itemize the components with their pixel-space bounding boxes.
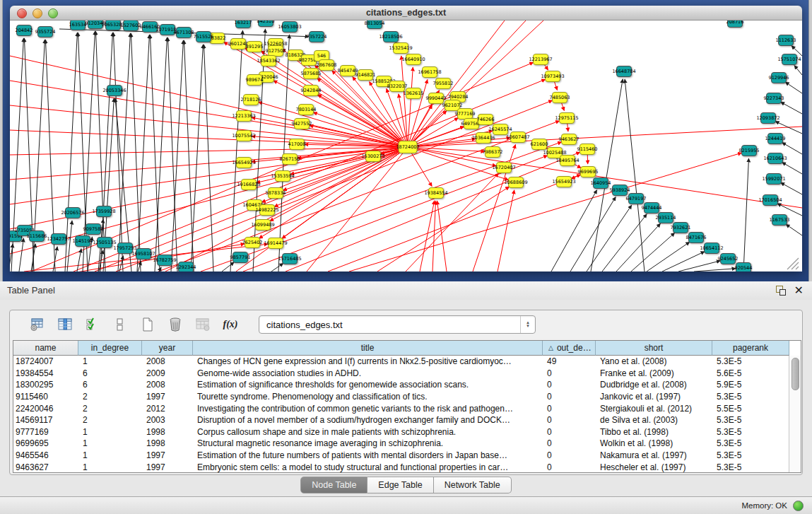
graph-node[interactable]: 9777169: [455, 109, 476, 119]
graph-node[interactable]: 5938924: [610, 185, 630, 196]
graph-node[interactable]: 2867608: [317, 60, 337, 71]
apply-checks-icon[interactable]: [83, 315, 102, 334]
table-row[interactable]: 911546021997Tourette syndrome. Phenomeno…: [13, 391, 789, 403]
tab-node-table[interactable]: Node Table: [300, 477, 367, 493]
graph-node[interactable]: 7625402: [242, 238, 263, 248]
graph-node[interactable]: 8322037: [387, 81, 408, 92]
graph-node[interactable]: 163217: [235, 21, 252, 28]
graph-node[interactable]: 9355724: [35, 27, 56, 37]
table-row[interactable]: 977716911998Corpus callosum shape and si…: [13, 426, 789, 438]
graph-node[interactable]: 9990443: [426, 93, 447, 104]
graph-node[interactable]: 19384554: [424, 188, 447, 199]
graph-node[interactable]: 5875685: [301, 69, 322, 79]
graph-node[interactable]: 9463627: [559, 134, 579, 145]
graph-node[interactable]: 16961758: [418, 67, 441, 78]
graph-node[interactable]: 7803144: [296, 105, 317, 115]
graph-node[interactable]: 7986372: [483, 147, 503, 158]
graph-node[interactable]: 16648784: [612, 66, 635, 77]
graph-node[interactable]: 12213363: [232, 111, 255, 122]
graph-node[interactable]: 9227343: [764, 93, 784, 104]
graph-node[interactable]: 1244419: [765, 134, 786, 144]
graph-node[interactable]: 891295: [246, 42, 264, 52]
graph-node[interactable]: 9245652: [718, 254, 739, 264]
graph-node[interactable]: 9127508: [266, 46, 286, 57]
column-header-out_de[interactable]: △out_de…: [543, 341, 596, 356]
vertical-scrollbar[interactable]: [789, 356, 801, 472]
column-header-short[interactable]: short: [596, 341, 712, 356]
graph-node[interactable]: 16099489: [251, 220, 274, 230]
close-panel-icon[interactable]: ✕: [794, 286, 804, 296]
table-row[interactable]: 1456911722003Disruption of a novel membe…: [13, 414, 789, 426]
graph-node[interactable]: 9427552: [292, 119, 312, 129]
graph-node[interactable]: 10688609: [504, 177, 527, 188]
graph-node[interactable]: 15751074: [777, 54, 801, 65]
graph-node[interactable]: 8267150: [280, 154, 300, 165]
graph-node[interactable]: 842310: [257, 21, 275, 27]
graph-node[interactable]: 989674: [246, 75, 264, 86]
memory-status-icon[interactable]: [793, 501, 804, 511]
graph-node[interactable]: 9474444: [642, 203, 662, 214]
graph-node[interactable]: 15325419: [389, 43, 412, 54]
graph-node[interactable]: 1640954: [591, 178, 611, 189]
table-row[interactable]: 1938455462009Genome-wide association stu…: [13, 368, 789, 380]
table-row[interactable]: 946554611997Estimation of the future num…: [13, 450, 789, 462]
function-builder-icon[interactable]: f(x): [221, 315, 240, 334]
graph-node[interactable]: 9699695: [578, 167, 599, 177]
delete-column-icon[interactable]: [166, 315, 184, 334]
graph-node[interactable]: 7357224: [307, 32, 327, 42]
graph-node[interactable]: 8215955: [739, 146, 760, 156]
rows-icon[interactable]: [111, 315, 129, 334]
graph-node[interactable]: 7955812: [433, 78, 454, 89]
graph-node[interactable]: 1112633: [776, 35, 796, 46]
graph-node[interactable]: 20053346: [102, 86, 126, 96]
graph-node[interactable]: 7932621: [671, 223, 691, 233]
table-row[interactable]: 1830029562008Estimation of significance …: [13, 379, 789, 391]
table-row[interactable]: 2242004622012Investigating the contribut…: [13, 402, 789, 414]
graph-node[interactable]: 6479197: [626, 194, 647, 204]
graph-node[interactable]: 1527602: [121, 21, 141, 31]
graph-node[interactable]: 7515526: [194, 32, 214, 42]
graph-node[interactable]: 16720407: [492, 163, 515, 173]
graph-node[interactable]: 20206576: [61, 208, 84, 218]
graph-node[interactable]: 1115686: [27, 231, 47, 242]
new-column-icon[interactable]: [139, 315, 157, 334]
graph-node[interactable]: 920544: [735, 263, 753, 272]
citation-network-graph[interactable]: 7638229601248891295152260589127508818632…: [10, 21, 802, 271]
graph-node[interactable]: 5878334: [266, 188, 286, 199]
graph-node[interactable]: 16210643: [763, 153, 787, 164]
table-row[interactable]: 969969511998Structural magnetic resonanc…: [13, 438, 789, 450]
graph-node[interactable]: 1292344: [176, 262, 196, 272]
network-canvas[interactable]: 7638229601248891295152260589127508818632…: [10, 21, 802, 271]
column-header-title[interactable]: title: [193, 341, 543, 356]
canvas-resize-grip[interactable]: [787, 258, 799, 269]
graph-node[interactable]: 208716: [726, 21, 744, 28]
graph-node[interactable]: 8813054: [365, 21, 385, 29]
graph-node[interactable]: 2935114: [656, 213, 676, 223]
graph-node[interactable]: 16053803: [278, 22, 301, 33]
graph-node[interactable]: 12975115: [555, 113, 578, 124]
graph-node[interactable]: 204842: [16, 25, 33, 36]
graph-node[interactable]: 7485063: [550, 93, 570, 103]
graph-node[interactable]: 621600: [531, 139, 548, 150]
graph-node[interactable]: 16914479: [264, 238, 287, 249]
column-header-year[interactable]: year: [142, 341, 193, 356]
graph-node[interactable]: 1145194: [73, 236, 93, 247]
import-table-icon[interactable]: [194, 315, 212, 334]
graph-node[interactable]: 2718126: [241, 95, 261, 105]
graph-node[interactable]: 417008: [288, 139, 306, 150]
column-header-name[interactable]: name: [13, 341, 78, 356]
column-header-pagerank[interactable]: pagerank: [712, 341, 789, 356]
network-window-titlebar[interactable]: citations_edges.txt: [10, 6, 802, 21]
graph-node[interactable]: 1362615: [404, 88, 424, 99]
graph-node[interactable]: 18218506: [379, 32, 402, 42]
graph-node[interactable]: 15716485: [278, 254, 301, 264]
tab-edge-table[interactable]: Edge Table: [367, 477, 433, 493]
graph-node[interactable]: 16640910: [401, 54, 425, 65]
graph-node[interactable]: 4671308: [174, 28, 194, 38]
graph-node[interactable]: 1167533: [770, 215, 790, 226]
table-row[interactable]: 946362711997Embryonic stem cells: a mode…: [13, 461, 789, 472]
graph-node[interactable]: 8471676: [686, 233, 707, 243]
graph-node[interactable]: 746266: [477, 115, 495, 125]
graph-node[interactable]: 163534: [69, 21, 87, 30]
graph-node[interactable]: 9115460: [577, 144, 598, 155]
